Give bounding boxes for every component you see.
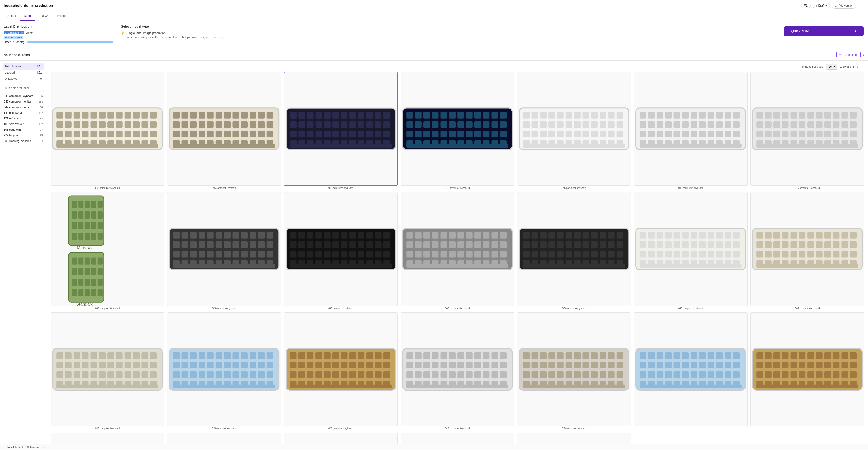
image-box[interactable] xyxy=(401,312,514,426)
image-box[interactable] xyxy=(51,432,164,444)
svg-rect-801 xyxy=(341,352,347,359)
image-box[interactable] xyxy=(517,72,631,186)
image-card[interactable]: 045.computer-keyboard xyxy=(401,72,514,189)
label-list-item[interactable]: 045.computer-keyboard85 xyxy=(3,93,44,99)
svg-rect-710 xyxy=(82,362,89,368)
tab-select[interactable]: Select xyxy=(4,11,20,21)
image-box[interactable] xyxy=(284,432,398,444)
svg-rect-185 xyxy=(491,131,498,137)
svg-rect-413 xyxy=(224,241,230,248)
image-box[interactable] xyxy=(401,432,514,444)
tab-analyze[interactable]: Analyze xyxy=(35,11,53,21)
image-card[interactable]: 045.computer-keyboard xyxy=(167,192,281,309)
svg-rect-629 xyxy=(725,251,731,258)
image-card[interactable]: 045.computer-keyboard xyxy=(284,192,398,309)
label-list-item[interactable]: 171.refrigerator84 xyxy=(3,116,44,121)
image-box[interactable] xyxy=(51,312,164,426)
image-card[interactable]: 045.computer-keyboard xyxy=(284,312,398,430)
image-box[interactable] xyxy=(750,312,864,426)
svg-rect-220 xyxy=(583,121,589,128)
image-card[interactable] xyxy=(401,432,514,444)
image-card[interactable]: 045.computer-keyboard xyxy=(634,72,747,189)
svg-rect-654 xyxy=(833,232,839,239)
image-box[interactable] xyxy=(401,192,514,306)
image-box[interactable] xyxy=(284,192,398,306)
image-card[interactable]: 045.computer-keyboard xyxy=(401,312,514,430)
image-card[interactable]: 045.computer-keyboard xyxy=(167,72,281,189)
svg-rect-286 xyxy=(733,131,740,137)
label-list-item[interactable]: 195.soda-can87 xyxy=(3,127,44,132)
next-page-button[interactable]: › xyxy=(860,64,864,69)
image-card[interactable] xyxy=(517,432,631,444)
svg-rect-725 xyxy=(107,371,114,378)
image-box[interactable] xyxy=(284,72,398,186)
image-card[interactable]: 045.computer-keyboard xyxy=(51,312,164,430)
total-images-row[interactable]: Total images 871 xyxy=(3,63,44,69)
svg-rect-366 xyxy=(98,222,102,229)
svg-rect-999 xyxy=(790,352,797,359)
image-box[interactable] xyxy=(634,312,747,426)
search-box[interactable]: ☰ xyxy=(3,85,44,91)
image-card[interactable] xyxy=(167,432,281,444)
image-box[interactable] xyxy=(167,312,281,426)
image-box[interactable] xyxy=(517,192,631,306)
draft-badge[interactable]: Draft xyxy=(812,3,830,8)
label-list-item[interactable]: 180.screwdriver102 xyxy=(3,121,44,127)
svg-rect-397 xyxy=(190,232,197,239)
svg-rect-508 xyxy=(415,241,421,248)
search-input[interactable] xyxy=(9,86,44,90)
image-card[interactable]: 045.computer-keyboard xyxy=(401,192,514,309)
svg-rect-29 xyxy=(90,131,97,137)
image-card[interactable]: 045.computer-keyboard xyxy=(517,72,631,189)
prev-page-button[interactable]: ‹ xyxy=(855,64,859,69)
image-card[interactable] xyxy=(284,432,398,444)
add-version-button[interactable]: ⊕ Add version xyxy=(832,3,856,9)
image-box[interactable]: Mirrored Standard xyxy=(51,192,164,306)
label-list-item[interactable]: 229.tricycle95 xyxy=(3,132,44,138)
image-card[interactable] xyxy=(750,312,864,430)
svg-rect-555 xyxy=(608,232,615,239)
grid-header: Images per page 30 60 90 1-30 of 871 ‹ › xyxy=(51,63,864,72)
image-box[interactable] xyxy=(750,72,864,186)
image-box[interactable] xyxy=(517,432,631,444)
more-options-button[interactable]: ⋮ xyxy=(858,2,864,9)
image-card[interactable]: 045.computer-keyboard xyxy=(517,312,631,430)
image-card[interactable]: 045.computer-keyboard xyxy=(284,72,398,189)
tab-build[interactable]: Build xyxy=(20,11,35,21)
label-list-item[interactable]: 046.computer-monitor133 xyxy=(3,99,44,104)
label-list-item[interactable]: 142.microwave107 xyxy=(3,110,44,116)
label-list-item[interactable]: 047.computer-mouse94 xyxy=(3,104,44,110)
image-box[interactable] xyxy=(634,72,747,186)
image-box[interactable] xyxy=(750,192,864,306)
svg-rect-57 xyxy=(224,112,230,118)
image-card[interactable]: Mirrored Standard 045.computer-keyboard xyxy=(51,192,164,309)
svg-rect-269 xyxy=(691,121,698,128)
image-card[interactable]: 045.computer-keyboard xyxy=(634,192,747,309)
image-box[interactable] xyxy=(401,72,514,186)
image-card[interactable] xyxy=(51,432,164,444)
image-box[interactable] xyxy=(51,72,164,186)
svg-rect-308 xyxy=(816,112,823,118)
label-list-item[interactable]: 239.washing-machine84 xyxy=(3,138,44,144)
collapse-button[interactable] xyxy=(862,53,864,57)
svg-rect-996 xyxy=(765,352,771,359)
image-card[interactable]: 045.computer-keyboard xyxy=(517,192,631,309)
image-card[interactable]: 045.computer-keyboard xyxy=(167,312,281,430)
svg-rect-809 xyxy=(307,362,313,368)
image-box[interactable] xyxy=(167,432,281,444)
image-box[interactable] xyxy=(284,312,398,426)
per-page-select[interactable]: 30 60 90 xyxy=(826,64,837,69)
svg-rect-847 xyxy=(424,352,430,359)
quick-build-button[interactable]: Quick build xyxy=(784,27,864,36)
svg-rect-616 xyxy=(716,241,723,248)
image-box[interactable] xyxy=(634,192,747,306)
image-box[interactable] xyxy=(517,312,631,426)
edit-dataset-button[interactable]: ✏ Edit dataset xyxy=(836,52,861,58)
image-card[interactable]: 045.computer-keyboard xyxy=(750,72,864,189)
image-box[interactable] xyxy=(167,72,281,186)
image-card[interactable]: 045.computer-keyboard xyxy=(750,192,864,309)
image-card[interactable] xyxy=(634,312,747,430)
tab-predict[interactable]: Predict xyxy=(53,11,70,21)
image-card[interactable]: 045.computer-keyboard xyxy=(51,72,164,189)
image-box[interactable] xyxy=(167,192,281,306)
